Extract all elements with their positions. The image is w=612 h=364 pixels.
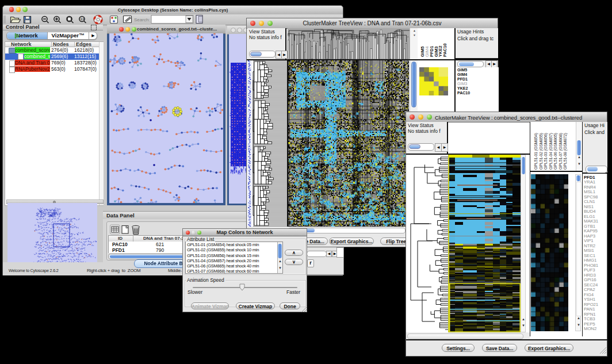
svg-text:1:1: 1:1 bbox=[81, 18, 85, 21]
svg-text:Search:: Search: bbox=[134, 17, 150, 22]
